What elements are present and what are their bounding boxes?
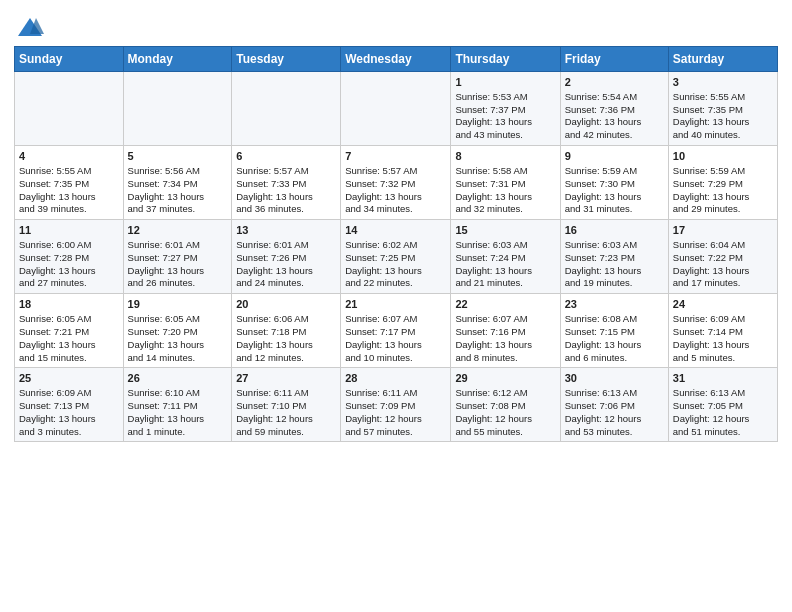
day-info-line: Daylight: 12 hours xyxy=(455,413,555,426)
day-cell: 9Sunrise: 5:59 AMSunset: 7:30 PMDaylight… xyxy=(560,146,668,220)
day-info-line: Sunrise: 6:08 AM xyxy=(565,313,664,326)
day-info-line: Sunrise: 6:01 AM xyxy=(128,239,228,252)
day-cell: 8Sunrise: 5:58 AMSunset: 7:31 PMDaylight… xyxy=(451,146,560,220)
day-info-line: Sunrise: 6:07 AM xyxy=(345,313,446,326)
day-info-line: Sunrise: 6:11 AM xyxy=(236,387,336,400)
day-info-line: and 21 minutes. xyxy=(455,277,555,290)
day-info-line: and 34 minutes. xyxy=(345,203,446,216)
day-info-line: Daylight: 13 hours xyxy=(236,191,336,204)
day-cell: 4Sunrise: 5:55 AMSunset: 7:35 PMDaylight… xyxy=(15,146,124,220)
day-info-line: Sunrise: 6:13 AM xyxy=(565,387,664,400)
week-row-3: 11Sunrise: 6:00 AMSunset: 7:28 PMDayligh… xyxy=(15,220,778,294)
day-info-line: and 8 minutes. xyxy=(455,352,555,365)
day-info-line: and 59 minutes. xyxy=(236,426,336,439)
day-cell: 1Sunrise: 5:53 AMSunset: 7:37 PMDaylight… xyxy=(451,72,560,146)
week-row-5: 25Sunrise: 6:09 AMSunset: 7:13 PMDayligh… xyxy=(15,368,778,442)
day-info-line: Daylight: 13 hours xyxy=(565,339,664,352)
weekday-header-row: SundayMondayTuesdayWednesdayThursdayFrid… xyxy=(15,47,778,72)
day-info-line: Sunset: 7:35 PM xyxy=(673,104,773,117)
day-cell: 19Sunrise: 6:05 AMSunset: 7:20 PMDayligh… xyxy=(123,294,232,368)
day-info-line: Sunset: 7:09 PM xyxy=(345,400,446,413)
day-number: 3 xyxy=(673,75,773,90)
day-info-line: Sunrise: 6:01 AM xyxy=(236,239,336,252)
day-info-line: Daylight: 13 hours xyxy=(673,265,773,278)
day-info-line: Daylight: 13 hours xyxy=(19,413,119,426)
day-cell: 10Sunrise: 5:59 AMSunset: 7:29 PMDayligh… xyxy=(668,146,777,220)
day-info-line: and 15 minutes. xyxy=(19,352,119,365)
day-info-line: Sunrise: 5:59 AM xyxy=(565,165,664,178)
day-cell: 18Sunrise: 6:05 AMSunset: 7:21 PMDayligh… xyxy=(15,294,124,368)
day-info-line: and 12 minutes. xyxy=(236,352,336,365)
day-info-line: Sunrise: 6:05 AM xyxy=(128,313,228,326)
day-number: 8 xyxy=(455,149,555,164)
day-info-line: Sunrise: 6:07 AM xyxy=(455,313,555,326)
day-info-line: Daylight: 13 hours xyxy=(455,191,555,204)
day-cell: 20Sunrise: 6:06 AMSunset: 7:18 PMDayligh… xyxy=(232,294,341,368)
day-cell xyxy=(232,72,341,146)
day-info-line: Sunset: 7:21 PM xyxy=(19,326,119,339)
day-info-line: Sunset: 7:33 PM xyxy=(236,178,336,191)
calendar-container: SundayMondayTuesdayWednesdayThursdayFrid… xyxy=(0,0,792,450)
day-info-line: Daylight: 13 hours xyxy=(345,191,446,204)
day-info-line: Sunset: 7:22 PM xyxy=(673,252,773,265)
day-info-line: Sunset: 7:06 PM xyxy=(565,400,664,413)
day-info-line: Sunrise: 5:57 AM xyxy=(345,165,446,178)
day-cell: 13Sunrise: 6:01 AMSunset: 7:26 PMDayligh… xyxy=(232,220,341,294)
day-info-line: and 36 minutes. xyxy=(236,203,336,216)
day-cell: 26Sunrise: 6:10 AMSunset: 7:11 PMDayligh… xyxy=(123,368,232,442)
day-info-line: Daylight: 13 hours xyxy=(345,265,446,278)
day-info-line: and 26 minutes. xyxy=(128,277,228,290)
day-info-line: Sunrise: 5:58 AM xyxy=(455,165,555,178)
week-row-1: 1Sunrise: 5:53 AMSunset: 7:37 PMDaylight… xyxy=(15,72,778,146)
day-info-line: Sunset: 7:27 PM xyxy=(128,252,228,265)
day-info-line: and 29 minutes. xyxy=(673,203,773,216)
week-row-2: 4Sunrise: 5:55 AMSunset: 7:35 PMDaylight… xyxy=(15,146,778,220)
day-info-line: Sunrise: 5:53 AM xyxy=(455,91,555,104)
day-info-line: Sunset: 7:10 PM xyxy=(236,400,336,413)
day-cell: 29Sunrise: 6:12 AMSunset: 7:08 PMDayligh… xyxy=(451,368,560,442)
day-cell xyxy=(123,72,232,146)
day-cell: 22Sunrise: 6:07 AMSunset: 7:16 PMDayligh… xyxy=(451,294,560,368)
day-info-line: Daylight: 13 hours xyxy=(455,339,555,352)
logo xyxy=(14,14,44,42)
day-info-line: Sunrise: 5:55 AM xyxy=(19,165,119,178)
day-info-line: and 32 minutes. xyxy=(455,203,555,216)
day-info-line: Sunset: 7:08 PM xyxy=(455,400,555,413)
day-info-line: Daylight: 13 hours xyxy=(19,339,119,352)
day-info-line: Sunset: 7:25 PM xyxy=(345,252,446,265)
day-info-line: Sunrise: 6:05 AM xyxy=(19,313,119,326)
day-info-line: and 22 minutes. xyxy=(345,277,446,290)
day-info-line: Sunset: 7:13 PM xyxy=(19,400,119,413)
day-info-line: Daylight: 13 hours xyxy=(128,191,228,204)
calendar-table: SundayMondayTuesdayWednesdayThursdayFrid… xyxy=(14,46,778,442)
day-number: 4 xyxy=(19,149,119,164)
header xyxy=(14,10,778,42)
day-info-line: Sunset: 7:35 PM xyxy=(19,178,119,191)
day-info-line: Sunset: 7:36 PM xyxy=(565,104,664,117)
day-info-line: and 6 minutes. xyxy=(565,352,664,365)
day-cell: 25Sunrise: 6:09 AMSunset: 7:13 PMDayligh… xyxy=(15,368,124,442)
day-cell: 31Sunrise: 6:13 AMSunset: 7:05 PMDayligh… xyxy=(668,368,777,442)
day-cell: 15Sunrise: 6:03 AMSunset: 7:24 PMDayligh… xyxy=(451,220,560,294)
day-info-line: Daylight: 13 hours xyxy=(673,339,773,352)
day-info-line: and 19 minutes. xyxy=(565,277,664,290)
day-number: 19 xyxy=(128,297,228,312)
day-info-line: and 51 minutes. xyxy=(673,426,773,439)
day-cell: 2Sunrise: 5:54 AMSunset: 7:36 PMDaylight… xyxy=(560,72,668,146)
day-info-line: Sunset: 7:37 PM xyxy=(455,104,555,117)
day-info-line: Sunset: 7:20 PM xyxy=(128,326,228,339)
day-number: 17 xyxy=(673,223,773,238)
day-info-line: Sunset: 7:30 PM xyxy=(565,178,664,191)
day-number: 15 xyxy=(455,223,555,238)
day-number: 25 xyxy=(19,371,119,386)
day-info-line: and 43 minutes. xyxy=(455,129,555,142)
day-info-line: Daylight: 13 hours xyxy=(128,265,228,278)
day-info-line: and 40 minutes. xyxy=(673,129,773,142)
day-info-line: Daylight: 13 hours xyxy=(236,265,336,278)
day-info-line: Sunset: 7:23 PM xyxy=(565,252,664,265)
day-info-line: Daylight: 13 hours xyxy=(128,339,228,352)
day-number: 31 xyxy=(673,371,773,386)
day-info-line: Sunrise: 6:04 AM xyxy=(673,239,773,252)
day-info-line: Sunrise: 6:09 AM xyxy=(19,387,119,400)
day-info-line: Sunrise: 6:11 AM xyxy=(345,387,446,400)
